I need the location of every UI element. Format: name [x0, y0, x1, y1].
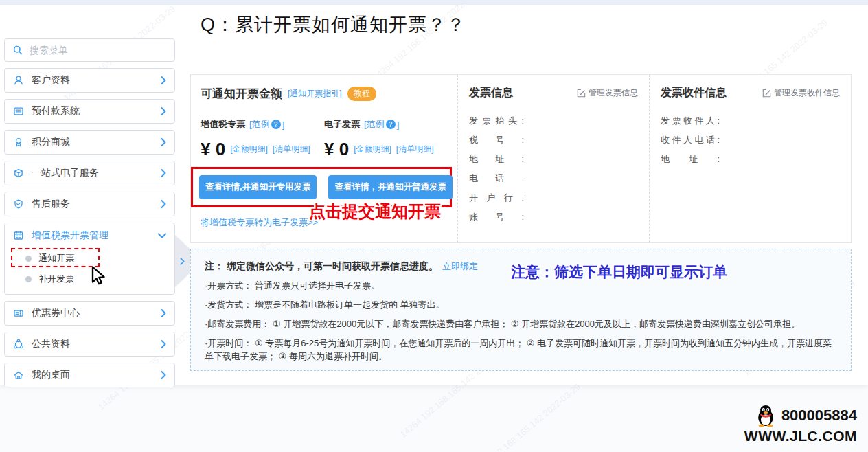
bullet-dot-icon [25, 256, 32, 262]
sidebar-item-label: 售后服务 [32, 198, 153, 210]
vat-special-block: 增值税专票 [范例 ? ] ¥ 0 [金额明细] [清单明细] [201, 118, 324, 160]
section-title: 发票信息 [469, 86, 513, 100]
sidebar-item-after-sales[interactable]: 售后服务 [4, 192, 175, 216]
list-detail-link[interactable]: [清单明细] [273, 144, 310, 155]
vat-special-label: 增值税专票 [201, 118, 245, 131]
subitem-label: 通知开票 [38, 252, 74, 264]
bind-now-link[interactable]: 立即绑定 [442, 261, 478, 271]
note-head-text: 绑定微信公众号，可第一时间获取开票信息进度。 [227, 260, 438, 271]
manage-link-text: 管理发票收件信息 [774, 87, 840, 99]
manage-invoice-info-link[interactable]: 管理发票信息 [577, 87, 638, 99]
chevron-right-icon [161, 169, 166, 177]
sidebar-item-label: 积分商城 [32, 136, 153, 148]
sidebar-group-header[interactable]: 增值税票开票管理 [5, 223, 174, 248]
website-url: WWW.JLC.COM [744, 428, 857, 444]
vat-amount-value: ¥ 0 [201, 139, 225, 160]
invoicing-guide-link[interactable]: [通知开票指引] [288, 88, 342, 100]
watermark: 14264 192.168.165.142 2022-03-29 [466, 381, 582, 452]
sample-link-text: ] [282, 120, 285, 130]
notify-normal-invoice-button[interactable]: 查看详情，并通知开普通发票 [328, 175, 453, 199]
help-question-icon[interactable]: ? [271, 120, 281, 129]
sidebar: 客户资料 预付款系统 积分商城 一站式电子服务 售后服务 增值税票开票管理 通知… [4, 38, 175, 387]
list-detail-link[interactable]: [清单明细] [396, 144, 434, 155]
home-icon [13, 370, 24, 381]
network-globe-icon [13, 339, 24, 350]
note-bullet: ·发货方式： 增票是不随着电路板订单一起发货的 单独寄出。 [205, 298, 837, 311]
edit-icon [762, 89, 771, 98]
recipient-field-phone: 收件人电话: [661, 131, 840, 150]
bullet-dot-icon [25, 276, 32, 282]
e-invoice-label: 电子发票 [324, 118, 360, 131]
sidebar-item-label: 优惠券中心 [32, 307, 153, 319]
help-question-icon[interactable]: ? [386, 120, 396, 129]
sidebar-group-label: 增值税票开票管理 [32, 229, 150, 242]
invoice-field-address: 地址: [469, 150, 638, 169]
chevron-right-icon [161, 340, 166, 348]
qq-penguin-icon [755, 404, 776, 427]
invoice-field-title: 发票抬头: [469, 111, 638, 131]
subitem-label: 补开发票 [38, 273, 74, 285]
chevron-right-icon [161, 371, 166, 379]
vat-sample-link[interactable]: [范例 ? ] [249, 118, 284, 131]
chevron-down-icon [158, 233, 166, 238]
amount-detail-link[interactable]: [金额明细] [230, 144, 268, 155]
prepay-card-icon [13, 106, 24, 117]
medal-icon [13, 137, 24, 148]
chevron-right-icon [161, 107, 166, 115]
note-bullet: ·开票时间： ① 专票每月6-25号为通知开票时间，在您通知开票后的一周内开出；… [205, 337, 837, 363]
notes-panel: 注： 绑定微信公众号，可第一时间获取开票信息进度。立即绑定 注意：筛选下单日期即… [190, 249, 852, 371]
edit-icon [577, 89, 586, 98]
tutorial-badge[interactable]: 教程 [347, 87, 376, 101]
chevron-right-icon [161, 76, 166, 84]
invoice-panel: 可通知开票金额 [通知开票指引] 教程 增值税专票 [范例 ? ] ¥ 0 [金… [190, 74, 852, 243]
sidebar-item-my-desktop[interactable]: 我的桌面 [4, 363, 175, 387]
invoice-calendar-icon [13, 230, 24, 241]
footer-contact: 800005884 WWW.JLC.COM [744, 404, 857, 444]
notify-special-invoice-button[interactable]: 查看详情,并通知开专用发票 [199, 175, 317, 199]
sidebar-item-public-data[interactable]: 公共资料 [4, 332, 175, 357]
recipient-info-column: 发票收件信息 管理发票收件信息 发票收件人: 收件人电话: 地址: [649, 75, 851, 242]
manage-link-text: 管理发票信息 [589, 87, 638, 99]
sidebar-item-customer-profile[interactable]: 客户资料 [4, 68, 175, 93]
user-icon [13, 75, 24, 86]
page-title: Q：累计开票如何通知开票？？ [201, 12, 466, 37]
red-annotation: 点击提交通知开票 [309, 201, 441, 223]
sidebar-item-points-mall[interactable]: 积分商城 [4, 130, 175, 155]
sample-link-text: [范例 [364, 118, 385, 131]
sidebar-item-coupon-center[interactable]: 优惠券中心 [4, 301, 175, 326]
note-prefix: 注： [205, 260, 224, 271]
section-title: 发票收件信息 [661, 86, 727, 100]
chevron-right-icon [161, 309, 166, 317]
recipient-field-address: 地址: [661, 150, 840, 169]
sidebar-item-label: 客户资料 [32, 74, 153, 87]
invoice-field-bank: 开户行: [469, 188, 638, 207]
chevron-right-icon [161, 200, 166, 208]
chevron-right-icon [180, 258, 185, 265]
convert-to-e-invoice-link[interactable]: 将增值税专票转为电子发票>> [201, 216, 318, 229]
e-invoice-block: 电子发票 [范例 ? ] ¥ 0 [金额明细] [清单明细] [324, 118, 448, 160]
section-title: 可通知开票金额 [201, 86, 282, 102]
search-box[interactable] [4, 38, 175, 62]
sidebar-subitem-notify-invoicing[interactable]: 通知开票 [5, 248, 174, 269]
sidebar-item-label: 预付款系统 [32, 105, 153, 117]
shield-icon [13, 199, 24, 210]
search-icon [12, 45, 23, 56]
invoice-info-column: 发票信息 管理发票信息 发票抬头: 税号: 地址: 电话: 开户行: 账号: [457, 75, 649, 242]
sidebar-group-vat-invoice-management: 增值税票开票管理 通知开票 补开发票 [4, 223, 175, 295]
invoice-field-phone: 电话: [469, 169, 638, 188]
e-invoice-sample-link[interactable]: [范例 ? ] [364, 118, 399, 131]
qq-number: 800005884 [781, 407, 857, 425]
sidebar-item-label: 我的桌面 [32, 369, 153, 381]
notify-amount-column: 可通知开票金额 [通知开票指引] 教程 增值税专票 [范例 ? ] ¥ 0 [金… [191, 75, 457, 242]
chevron-right-icon [161, 138, 166, 146]
recipient-field-name: 发票收件人: [661, 111, 840, 131]
sidebar-item-prepayment[interactable]: 预付款系统 [4, 99, 175, 124]
search-input[interactable] [30, 45, 167, 56]
sidebar-subitem-reissue-invoice[interactable]: 补开发票 [5, 269, 174, 289]
manage-recipient-info-link[interactable]: 管理发票收件信息 [762, 87, 840, 99]
sidebar-item-label: 公共资料 [32, 338, 153, 350]
amount-detail-link[interactable]: [金额明细] [354, 144, 391, 155]
sidebar-item-one-stop-service[interactable]: 一站式电子服务 [4, 161, 175, 185]
sample-link-text: [范例 [249, 118, 270, 131]
note-bullet: ·邮寄发票费用： ① 开增票货款在2000元以下，邮寄发票快递费由客户承担； ②… [205, 317, 837, 330]
